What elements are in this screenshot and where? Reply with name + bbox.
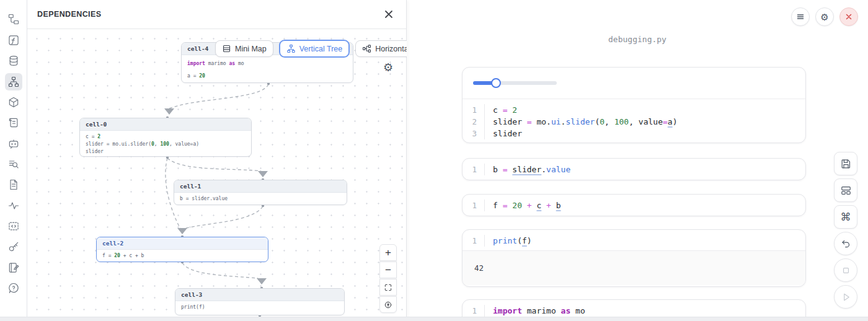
zoom-controls: + − bbox=[379, 244, 397, 313]
code-line[interactable]: f = 20 + c + b bbox=[485, 201, 561, 210]
node-code: import marimo as mo a = 20 bbox=[182, 55, 353, 83]
vertical-tree-icon bbox=[286, 44, 296, 53]
sidebar-item-tracing[interactable] bbox=[5, 197, 22, 214]
panel-title: DEPENDENCIES bbox=[37, 10, 101, 19]
node-code: c = 2 slider = mo.ui.slider(0, 100, valu… bbox=[80, 131, 251, 157]
menu-button[interactable] bbox=[791, 7, 810, 26]
close-panel-button[interactable] bbox=[381, 7, 396, 22]
zoom-in-button[interactable]: + bbox=[379, 244, 397, 261]
mini-map-icon bbox=[222, 44, 231, 53]
sidebar-item-snippets[interactable] bbox=[5, 218, 22, 235]
slider-widget[interactable] bbox=[473, 81, 557, 85]
horizontal-tree-icon bbox=[362, 44, 371, 53]
horizontal-tree-button[interactable]: Horizontal Tree bbox=[355, 40, 407, 57]
sidebar-item-help[interactable] bbox=[5, 279, 22, 297]
sidebar-item-chat[interactable] bbox=[5, 135, 22, 152]
dependencies-header: DEPENDENCIES bbox=[27, 0, 406, 29]
location-pin-icon bbox=[384, 301, 392, 309]
fit-view-icon bbox=[384, 283, 392, 292]
graph-node-cell-3[interactable]: cell-3 print(f) bbox=[175, 288, 345, 315]
settings-button[interactable]: ⚙ bbox=[815, 7, 834, 26]
undo-button[interactable] bbox=[834, 232, 857, 255]
cell-editor[interactable]: 1c = 2 2slider = mo.ui.slider(0, 100, va… bbox=[463, 99, 805, 143]
key-icon bbox=[7, 240, 20, 253]
code-line[interactable]: import marimo as mo bbox=[485, 306, 585, 315]
sidebar-item-variables[interactable] bbox=[5, 32, 22, 49]
center-view-button[interactable] bbox=[379, 296, 397, 313]
graph-node-cell-2[interactable]: cell-2 f = 20 + c + b bbox=[96, 237, 268, 262]
save-icon bbox=[840, 158, 852, 170]
command-icon: ⌘ bbox=[841, 212, 851, 222]
vertical-tree-button[interactable]: Vertical Tree bbox=[280, 40, 349, 57]
cell-editor[interactable]: 1f = 20 + c + b bbox=[463, 195, 805, 215]
help-bubble-icon bbox=[7, 282, 20, 294]
plus-icon: + bbox=[385, 247, 391, 259]
node-title: cell-3 bbox=[175, 289, 344, 301]
vertical-tree-label: Vertical Tree bbox=[299, 45, 342, 53]
line-number: 3 bbox=[463, 128, 485, 139]
code-line[interactable]: print(f) bbox=[485, 236, 532, 245]
node-title: cell-0 bbox=[80, 118, 251, 131]
line-number: 2 bbox=[463, 116, 485, 128]
sidebar-item-file-explorer[interactable] bbox=[5, 11, 22, 28]
stop-button[interactable] bbox=[834, 258, 857, 282]
keyboard-shortcuts-button[interactable]: ⌘ bbox=[834, 205, 857, 229]
code-line[interactable]: c = 2 bbox=[485, 105, 517, 115]
notebook-cell-slider: 1c = 2 2slider = mo.ui.slider(0, 100, va… bbox=[462, 67, 806, 143]
run-button[interactable] bbox=[834, 285, 857, 309]
layout-icon bbox=[840, 185, 852, 196]
code-line[interactable]: slider bbox=[485, 129, 522, 138]
scroll-icon bbox=[7, 117, 20, 129]
slider-knob[interactable] bbox=[491, 78, 501, 88]
graph-node-cell-0[interactable]: cell-0 c = 2 slider = mo.ui.slider(0, 10… bbox=[79, 118, 252, 157]
code-line[interactable]: b = slider.value bbox=[485, 165, 570, 174]
node-code: b = slider.value bbox=[174, 193, 347, 205]
undo-icon bbox=[840, 238, 852, 250]
chat-bot-icon bbox=[7, 138, 20, 150]
function-icon bbox=[7, 34, 20, 46]
window-controls: ⚙ bbox=[791, 7, 858, 26]
cell-output-area bbox=[463, 68, 805, 99]
sidebar-item-logs-search[interactable] bbox=[5, 156, 22, 173]
activity-sidebar bbox=[0, 0, 27, 321]
line-number: 1 bbox=[463, 200, 485, 211]
sidebar-item-packages[interactable] bbox=[5, 94, 22, 111]
graph-settings-button[interactable]: ⚙ bbox=[381, 60, 396, 75]
cell-editor[interactable]: 1b = slider.value bbox=[463, 159, 805, 179]
notebook-filename: debugging.py bbox=[407, 35, 868, 44]
notebook-cell-f: 1f = 20 + c + b bbox=[462, 194, 806, 216]
code-block-icon bbox=[7, 220, 20, 232]
shutdown-button[interactable] bbox=[839, 7, 858, 26]
node-title: cell-2 bbox=[97, 237, 268, 250]
sidebar-item-scratchpad[interactable] bbox=[5, 259, 22, 276]
minus-icon: − bbox=[385, 264, 391, 276]
horizontal-scrollbar[interactable] bbox=[0, 317, 868, 321]
line-number: 1 bbox=[463, 104, 485, 116]
save-button[interactable] bbox=[834, 152, 857, 175]
line-number: 1 bbox=[463, 164, 485, 175]
notebook-side-toolbar: ⌘ bbox=[834, 152, 857, 309]
code-line[interactable]: slider = mo.ui.slider(0, 100, value=a) bbox=[485, 117, 677, 126]
cell-editor[interactable]: 1print(f) bbox=[463, 230, 805, 250]
node-title: cell-1 bbox=[174, 180, 347, 193]
sidebar-item-scripts[interactable] bbox=[5, 114, 22, 131]
sidebar-item-documentation[interactable] bbox=[5, 176, 22, 193]
sidebar-item-dependency-graph[interactable] bbox=[5, 73, 22, 90]
console-output: 42 bbox=[463, 250, 805, 285]
stop-icon bbox=[840, 265, 852, 276]
layout-button[interactable] bbox=[834, 178, 857, 202]
sidebar-item-secrets[interactable] bbox=[5, 238, 22, 255]
node-code: print(f) bbox=[175, 301, 344, 314]
file-tree-icon bbox=[7, 13, 20, 25]
mini-map-button[interactable]: Mini Map bbox=[215, 40, 273, 57]
gear-icon: ⚙ bbox=[383, 62, 393, 73]
graph-node-cell-1[interactable]: cell-1 b = slider.value bbox=[174, 180, 347, 205]
zoom-out-button[interactable]: − bbox=[379, 262, 397, 278]
node-code: f = 20 + c + b bbox=[97, 250, 268, 262]
dependencies-panel: DEPENDENCIES bbox=[27, 0, 407, 321]
close-icon bbox=[384, 10, 393, 19]
fit-view-button[interactable] bbox=[379, 279, 397, 296]
dependency-graph-canvas[interactable]: cell-4 import marimo as mo a = 20 cell-0… bbox=[27, 29, 407, 317]
sidebar-item-data-sources[interactable] bbox=[5, 52, 22, 69]
mini-map-label: Mini Map bbox=[235, 45, 267, 53]
